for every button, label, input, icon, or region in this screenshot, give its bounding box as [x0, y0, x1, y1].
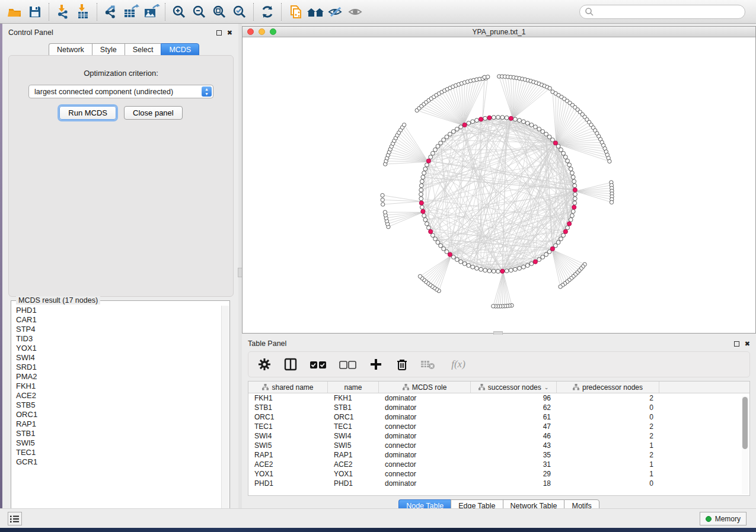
delete-column-icon[interactable] — [394, 357, 410, 372]
mcds-result-item[interactable]: PMA2 — [16, 372, 221, 382]
tab-network[interactable]: Network — [49, 43, 92, 56]
cell-mcds_role: dominator — [379, 479, 471, 488]
refresh-icon[interactable] — [257, 2, 277, 21]
close-table-panel-icon[interactable]: ✖ — [745, 341, 750, 347]
import-network-icon[interactable] — [53, 2, 73, 21]
table-panel-title: Table Panel — [248, 339, 286, 348]
hide-selected-icon[interactable] — [326, 2, 346, 21]
deselect-all-icon[interactable] — [339, 357, 358, 372]
memory-button[interactable]: Memory — [700, 512, 747, 525]
network-canvas[interactable] — [243, 37, 755, 333]
tab-select[interactable]: Select — [125, 43, 161, 56]
criterion-select[interactable]: largest connected component (undirected)… — [28, 85, 213, 98]
select-all-icon[interactable] — [309, 357, 328, 372]
cell-predecessor_nodes: 2 — [557, 451, 659, 459]
mcds-result-item[interactable]: STB1 — [16, 429, 221, 438]
cell-mcds_role: dominator — [379, 413, 471, 421]
column-header-MCDS-role[interactable]: MCDS role — [379, 382, 471, 393]
mcds-result-item[interactable]: FKH1 — [16, 382, 221, 391]
cell-name: YOX1 — [328, 470, 379, 478]
open-folder-icon[interactable] — [5, 2, 25, 21]
add-column-icon[interactable] — [368, 357, 384, 372]
cell-mcds_role: dominator — [379, 403, 471, 412]
toolbar-separator — [281, 3, 282, 21]
cell-successor_nodes: 18 — [471, 479, 557, 488]
mcds-list-scrollbar[interactable] — [221, 306, 229, 518]
zoom-selected-icon[interactable] — [229, 2, 250, 21]
main-toolbar — [0, 0, 756, 24]
export-network-icon[interactable] — [101, 2, 121, 21]
export-image-icon[interactable] — [141, 2, 161, 21]
cell-predecessor_nodes: 1 — [557, 441, 659, 450]
cell-shared_name: TEC1 — [248, 422, 328, 431]
table-row[interactable]: ORC1ORC1dominator610 — [248, 412, 749, 422]
zoom-in-icon[interactable] — [169, 2, 189, 21]
tab-style[interactable]: Style — [92, 43, 125, 56]
table-row[interactable]: ACE2ACE2connector311 — [248, 460, 749, 469]
column-selector-icon[interactable] — [283, 357, 298, 372]
float-table-panel-icon[interactable] — [734, 341, 739, 347]
mcds-result-item[interactable]: SRD1 — [16, 363, 221, 372]
memory-status-icon — [706, 516, 712, 522]
table-scrollbar-thumb[interactable] — [742, 397, 748, 449]
settings-gear-icon[interactable] — [257, 357, 272, 372]
float-window-icon[interactable] — [216, 30, 222, 36]
cell-shared_name: ORC1 — [248, 413, 328, 421]
table-row[interactable]: SWI5SWI5connector431 — [248, 441, 749, 450]
tab-mcds[interactable]: MCDS — [161, 43, 199, 56]
close-panel-icon[interactable]: ✖ — [227, 30, 232, 36]
table-row[interactable]: PHD1PHD1dominator180 — [248, 479, 749, 488]
run-mcds-button[interactable]: Run MCDS — [59, 106, 116, 120]
zoom-out-icon[interactable] — [189, 2, 209, 21]
task-history-button[interactable] — [8, 512, 22, 525]
mcds-result-item[interactable]: YOX1 — [16, 344, 221, 353]
copy-style-icon[interactable] — [285, 2, 305, 21]
table-row[interactable]: YOX1YOX1connector291 — [248, 469, 749, 479]
column-header-shared-name[interactable]: shared name — [248, 382, 328, 393]
mcds-result-item[interactable]: ORC1 — [16, 410, 221, 419]
table-row[interactable]: STB1STB1dominator620 — [248, 403, 749, 412]
mcds-result-item[interactable]: ACE2 — [16, 391, 221, 400]
cell-mcds_role: dominator — [379, 394, 471, 402]
desktop-wallpaper-bottom — [0, 528, 756, 532]
search-field[interactable] — [594, 8, 731, 16]
close-panel-button[interactable]: Close panel — [124, 106, 183, 120]
table-row[interactable]: TEC1TEC1connector472 — [248, 422, 749, 431]
mcds-result-item[interactable]: TID3 — [16, 334, 221, 344]
mcds-result-item[interactable]: SWI5 — [16, 438, 221, 448]
mcds-result-item[interactable]: STP4 — [16, 325, 221, 334]
cell-mcds_role: dominator — [379, 432, 471, 440]
search-input[interactable] — [579, 5, 745, 19]
table-row[interactable]: FKH1FKH1dominator962 — [248, 393, 749, 403]
column-header-name[interactable]: name — [328, 382, 379, 393]
mcds-result-item[interactable]: TEC1 — [16, 448, 221, 457]
network-window-titlebar[interactable]: YPA_prune.txt_1 — [243, 27, 755, 37]
show-all-icon[interactable] — [346, 2, 366, 21]
cell-name: RAP1 — [328, 451, 379, 459]
zoom-fit-icon[interactable] — [209, 2, 229, 21]
mcds-result-item[interactable]: SWI4 — [16, 353, 221, 363]
node-table[interactable]: shared namenameMCDS rolesuccessor nodes⌄… — [248, 381, 750, 496]
cell-shared_name: ACE2 — [248, 460, 328, 469]
cell-mcds_role: connector — [379, 441, 471, 450]
mcds-result-item[interactable]: PHD1 — [16, 306, 221, 315]
cell-shared_name: SWI5 — [248, 441, 328, 450]
column-header-successor-nodes[interactable]: successor nodes⌄ — [471, 382, 557, 393]
cell-predecessor_nodes: 2 — [557, 432, 659, 440]
mcds-panel: Optimization criterion: largest connecte… — [8, 55, 234, 297]
table-row[interactable]: RAP1RAP1dominator352 — [248, 450, 749, 460]
table-scrollbar[interactable] — [742, 396, 748, 494]
mcds-result-item[interactable]: RAP1 — [16, 419, 221, 429]
mcds-result-item[interactable]: CAR1 — [16, 315, 221, 325]
export-table-icon[interactable] — [121, 2, 141, 21]
mcds-result-item[interactable]: STB5 — [16, 400, 221, 410]
network-graph[interactable] — [243, 37, 755, 333]
table-row[interactable]: SWI4SWI4dominator462 — [248, 431, 749, 441]
mcds-result-list[interactable]: PHD1CAR1STP4TID3YOX1SWI4SRD1PMA2FKH1ACE2… — [12, 306, 221, 518]
table-header-row: shared namenameMCDS rolesuccessor nodes⌄… — [248, 382, 749, 393]
mcds-result-item[interactable]: GCR1 — [16, 457, 221, 467]
save-icon[interactable] — [25, 2, 45, 21]
first-neighbors-icon[interactable] — [305, 2, 326, 21]
import-table-icon[interactable] — [73, 2, 93, 21]
column-header-predecessor-nodes[interactable]: predecessor nodes — [557, 382, 659, 393]
